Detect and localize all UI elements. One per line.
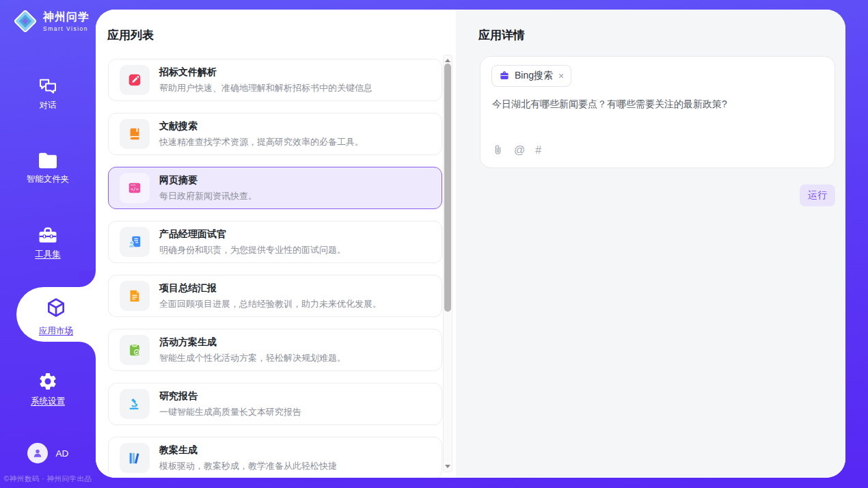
app-desc: 每日政府新闻资讯快查。 <box>159 190 257 202</box>
brand-subtitle: Smart Vision <box>43 25 90 32</box>
folder-icon <box>38 152 58 170</box>
tool-tag-bing-search[interactable]: Bing搜索 × <box>491 65 571 87</box>
icon-box <box>120 281 150 311</box>
person-icon <box>31 447 44 459</box>
sidebar-item-app-market[interactable]: 应用市场 <box>16 287 96 342</box>
run-button[interactable]: 运行 <box>800 185 835 206</box>
app-name: 教案生成 <box>159 444 198 455</box>
paperclip-icon[interactable] <box>492 144 504 156</box>
app-card-research-report[interactable]: 研究报告 一键智能生成高质量长文本研究报告 <box>108 383 442 425</box>
app-card-lesson-plan[interactable]: 教案生成 模板驱动，教案秒成，教学准备从此轻松快捷 <box>108 437 442 478</box>
sidebar-item-chat[interactable]: 对话 <box>0 77 96 111</box>
scroll-up-button[interactable] <box>445 59 450 62</box>
tool-tag-label: Bing搜索 <box>515 70 553 82</box>
app-card-event-plan[interactable]: 活动方案生成 智能生成个性化活动方案，轻松解决规划难题。 <box>108 329 442 371</box>
main-container: 应用列表 招标文件解析 帮助用户快速、准确地理解和解析招标书中的关键信息 <box>96 10 845 478</box>
app-list-panel: 应用列表 招标文件解析 帮助用户快速、准确地理解和解析招标书中的关键信息 <box>96 10 456 478</box>
browser-code-icon: </> <box>127 180 142 195</box>
app-name: 活动方案生成 <box>159 336 217 347</box>
app-desc: 模板驱动，教案秒成，教学准备从此轻松快捷 <box>159 460 337 472</box>
icon-box <box>120 389 150 419</box>
app-list-title: 应用列表 <box>107 27 456 43</box>
query-input[interactable]: 今日湖北有哪些新闻要点？有哪些需要关注的最新政策? <box>492 98 824 111</box>
pen-square-icon <box>127 72 142 87</box>
app-card-project-summary[interactable]: 项目总结汇报 全面回顾项目进展，总结经验教训，助力未来优化发展。 <box>108 275 442 317</box>
sidebar-item-label: 对话 <box>0 100 96 111</box>
sidebar-item-settings[interactable]: 系统设置 <box>0 371 96 407</box>
app-desc: 一键智能生成高质量长文本研究报告 <box>159 406 301 418</box>
toolbox-icon <box>38 226 58 245</box>
bump-curve-bottom <box>79 342 96 358</box>
briefcase-icon <box>499 70 510 81</box>
copyright-footer: ©神州数码 · 神州问学出品 <box>0 474 96 484</box>
app-detail-title: 应用详情 <box>478 27 525 43</box>
user-initials: AD <box>56 448 69 459</box>
sidebar: 神州问学 Smart Vision 对话 智能文件夹 工具集 <box>0 0 96 488</box>
microscope-icon <box>127 396 142 411</box>
sidebar-item-smart-folder[interactable]: 智能文件夹 <box>0 152 96 185</box>
icon-box <box>120 119 150 149</box>
books-icon <box>127 450 142 465</box>
app-desc: 明确身份和职责，为您提供专业性的面试问题。 <box>159 244 346 256</box>
tag-close-icon[interactable]: × <box>558 71 564 81</box>
gear-icon <box>38 371 58 392</box>
prompt-composer[interactable]: Bing搜索 × 今日湖北有哪些新闻要点？有哪些需要关注的最新政策? @ # <box>480 56 835 168</box>
app-card-list: 招标文件解析 帮助用户快速、准确地理解和解析招标书中的关键信息 文献搜索 快速精… <box>108 59 442 478</box>
app-logo: 神州问学 Smart Vision <box>12 8 90 34</box>
icon-box <box>120 335 150 365</box>
icon-box <box>120 227 150 257</box>
bump-curve-top <box>79 271 96 287</box>
app-name: 产品经理面试官 <box>159 228 226 239</box>
svg-text:</>: </> <box>131 187 139 192</box>
app-card-pm-interviewer[interactable]: 产品经理面试官 明确身份和职责，为您提供专业性的面试问题。 <box>108 221 442 263</box>
sidebar-item-label: 工具集 <box>0 249 96 260</box>
cube-icon <box>45 297 67 318</box>
icon-box: </> <box>120 173 150 203</box>
app-desc: 帮助用户快速、准确地理解和解析招标书中的关键信息 <box>159 82 372 94</box>
user-account[interactable]: AD <box>0 443 96 463</box>
sidebar-item-label: 系统设置 <box>0 396 96 407</box>
scroll-down-button[interactable] <box>445 465 450 468</box>
chat-icon <box>38 77 58 96</box>
clipboard-check-icon <box>127 342 142 357</box>
app-name: 网页摘要 <box>159 174 198 185</box>
app-detail-panel: 应用详情 Bing搜索 × 今日湖北有哪些新闻要点？有哪些需要关注的最新政策? … <box>456 10 845 478</box>
app-card-web-summary[interactable]: </> 网页摘要 每日政府新闻资讯快查。 <box>108 167 442 209</box>
avatar <box>27 443 48 463</box>
app-desc: 快速精准查找学术资源，提高研究效率的必备工具。 <box>159 136 364 148</box>
app-desc: 智能生成个性化活动方案，轻松解决规划难题。 <box>159 352 346 364</box>
app-name: 招标文件解析 <box>159 66 217 77</box>
at-icon[interactable]: @ <box>514 145 525 156</box>
book-icon <box>127 126 142 141</box>
hash-icon[interactable]: # <box>535 145 541 156</box>
document-icon <box>127 288 142 303</box>
sidebar-item-label: 应用市场 <box>16 325 96 337</box>
icon-box <box>120 65 150 95</box>
scrollbar-thumb[interactable] <box>444 64 451 312</box>
diamond-logo-icon <box>12 8 38 34</box>
app-desc: 全面回顾项目进展，总结经验教训，助力未来优化发展。 <box>159 298 381 310</box>
app-name: 项目总结汇报 <box>159 282 217 293</box>
icon-box <box>120 443 150 473</box>
sidebar-item-label: 智能文件夹 <box>0 174 96 185</box>
app-card-bid-analysis[interactable]: 招标文件解析 帮助用户快速、准确地理解和解析招标书中的关键信息 <box>108 59 442 101</box>
sidebar-item-toolset[interactable]: 工具集 <box>0 226 96 260</box>
composer-toolbar: @ # <box>492 144 541 156</box>
brand-name: 神州问学 <box>43 10 90 25</box>
app-name: 研究报告 <box>159 390 198 401</box>
app-card-literature-search[interactable]: 文献搜索 快速精准查找学术资源，提高研究效率的必备工具。 <box>108 113 442 155</box>
app-list-scrollbar[interactable] <box>443 55 452 472</box>
interview-icon <box>127 234 142 249</box>
app-name: 文献搜索 <box>159 120 198 131</box>
